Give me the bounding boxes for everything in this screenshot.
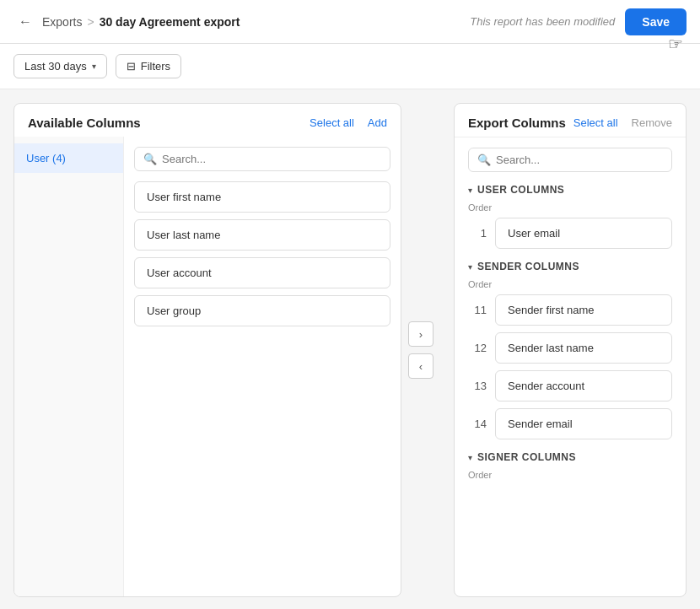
save-button[interactable]: Save xyxy=(625,8,687,35)
filters-button[interactable]: ⊟ Filters xyxy=(116,54,181,78)
select-all-link[interactable]: Select all xyxy=(310,116,354,129)
table-row: 12 Sender last name xyxy=(468,332,672,364)
export-column-item[interactable]: Sender email xyxy=(495,408,672,439)
order-number: 11 xyxy=(468,304,487,316)
search-icon: 🔍 xyxy=(477,154,491,166)
export-column-item[interactable]: User email xyxy=(495,218,672,249)
order-number: 13 xyxy=(468,380,487,392)
add-link[interactable]: Add xyxy=(368,116,387,129)
order-number: 14 xyxy=(468,418,487,430)
export-select-all-link[interactable]: Select all xyxy=(573,116,618,129)
chevron-down-icon: ▾ xyxy=(92,62,96,71)
sender-columns-chevron[interactable]: ▾ xyxy=(468,262,472,272)
move-right-button[interactable]: › xyxy=(408,321,433,347)
date-range-label: Last 30 days xyxy=(24,60,87,73)
available-columns-title: Available Columns xyxy=(28,116,141,130)
main-content: Available Columns Select all Add User (4… xyxy=(0,89,700,609)
export-column-item[interactable]: Sender last name xyxy=(495,332,672,364)
move-left-button[interactable]: ‹ xyxy=(408,353,433,379)
list-item[interactable]: User group xyxy=(134,295,390,326)
export-columns-panel: Export Columns Select all Remove 🔍 ▾ USE… xyxy=(454,103,687,597)
order-number: 12 xyxy=(468,342,487,354)
list-item[interactable]: User first name xyxy=(134,181,390,213)
breadcrumb-exports[interactable]: Exports xyxy=(42,15,82,29)
back-button[interactable]: ← xyxy=(13,10,37,34)
export-column-item[interactable]: Sender account xyxy=(495,370,672,402)
available-columns-search-input[interactable] xyxy=(162,153,381,165)
right-panel-header: Export Columns Select all Remove xyxy=(455,104,686,137)
columns-list: 🔍 User first name User last name User ac… xyxy=(124,137,401,596)
search-icon: 🔍 xyxy=(143,153,157,165)
table-row: 1 User email xyxy=(468,218,672,249)
category-sidebar: User (4) xyxy=(14,137,124,596)
signer-columns-section-header: ▾ SIGNER COLUMNS xyxy=(468,451,672,463)
list-item[interactable]: User account xyxy=(134,257,390,288)
right-panel-actions: Select all Remove xyxy=(573,116,672,129)
export-columns-title: Export Columns xyxy=(468,116,566,130)
top-bar: ← Exports > 30 day Agreement export This… xyxy=(0,0,700,44)
export-columns-search-input[interactable] xyxy=(496,154,663,166)
breadcrumb: ← Exports > 30 day Agreement export xyxy=(13,10,240,34)
order-number: 1 xyxy=(468,227,487,240)
save-button-container: Save ☞ xyxy=(625,8,687,35)
table-row: 13 Sender account xyxy=(468,370,672,402)
breadcrumb-separator: > xyxy=(87,15,94,29)
top-bar-right: This report has been modified Save ☞ xyxy=(470,8,687,35)
left-panel-body: User (4) 🔍 User first name User last nam… xyxy=(14,137,401,596)
filter-icon: ⊟ xyxy=(127,60,136,73)
hand-cursor-icon: ☞ xyxy=(668,34,683,54)
date-range-dropdown[interactable]: Last 30 days ▾ xyxy=(13,54,107,78)
user-order-label: Order xyxy=(468,202,672,213)
chevron-left-icon: ‹ xyxy=(419,360,423,373)
table-row: 14 Sender email xyxy=(468,408,672,439)
user-columns-title: USER COLUMNS xyxy=(477,184,564,196)
category-user[interactable]: User (4) xyxy=(14,143,123,173)
sender-columns-section-header: ▾ SENDER COLUMNS xyxy=(468,261,672,272)
filters-label: Filters xyxy=(141,60,170,73)
transfer-arrows: › ‹ xyxy=(401,103,440,597)
breadcrumb-current: 30 day Agreement export xyxy=(100,15,240,29)
user-columns-section-header: ▾ USER COLUMNS xyxy=(468,184,672,196)
sender-columns-title: SENDER COLUMNS xyxy=(477,261,579,272)
signer-columns-title: SIGNER COLUMNS xyxy=(477,451,576,463)
filters-bar: Last 30 days ▾ ⊟ Filters xyxy=(0,44,700,89)
remove-link[interactable]: Remove xyxy=(632,116,672,129)
export-columns-search[interactable]: 🔍 xyxy=(468,148,672,172)
available-columns-panel: Available Columns Select all Add User (4… xyxy=(13,103,401,597)
list-item[interactable]: User last name xyxy=(134,219,390,251)
left-panel-actions: Select all Add xyxy=(310,116,387,129)
signer-order-label: Order xyxy=(468,470,672,480)
signer-columns-chevron[interactable]: ▾ xyxy=(468,453,472,462)
export-column-item[interactable]: Sender first name xyxy=(495,294,672,326)
right-panel-body[interactable]: 🔍 ▾ USER COLUMNS Order 1 User email ▾ SE… xyxy=(455,137,686,596)
table-row: 11 Sender first name xyxy=(468,294,672,326)
sender-order-label: Order xyxy=(468,279,672,289)
user-columns-chevron[interactable]: ▾ xyxy=(468,186,472,195)
left-panel-header: Available Columns Select all Add xyxy=(14,104,401,137)
chevron-right-icon: › xyxy=(419,328,423,341)
available-columns-search[interactable]: 🔍 xyxy=(134,147,390,171)
modified-text: This report has been modified xyxy=(470,15,615,28)
